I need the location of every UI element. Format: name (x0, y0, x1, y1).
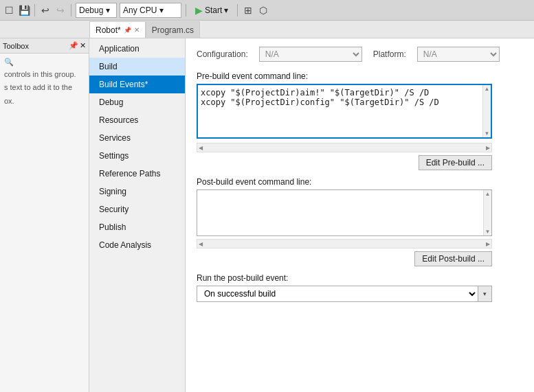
tabs-bar: Robot* 📌 ✕ Program.cs (0, 21, 534, 38)
run-postbuild-section: Run the post-build event: On successful … (197, 273, 523, 302)
extra-icon-2[interactable]: ⬡ (257, 4, 269, 16)
run-select-arrow[interactable]: ▾ (478, 286, 491, 301)
sidebar-item-debug[interactable]: Debug (89, 93, 185, 111)
edit-postbuild-button[interactable]: Edit Post-build ... (414, 251, 492, 266)
start-button[interactable]: ▶ Start ▾ (190, 3, 233, 18)
start-label: Start (205, 5, 222, 15)
postbuild-input[interactable] (197, 190, 491, 235)
postbuild-textbox: ▲ ▼ (197, 189, 492, 236)
prebuild-label: Pre-build event command line: (197, 71, 523, 81)
toolbar-separator-2 (71, 4, 71, 16)
sidebar-item-resources[interactable]: Resources (89, 111, 185, 129)
postbuild-scrollbar-v[interactable]: ▲ ▼ (483, 190, 491, 235)
scroll-down-arrow: ▼ (484, 130, 491, 137)
debug-arrow: ▾ (106, 5, 110, 15)
toolbox-content: 🔍 controls in this group. s text to add … (0, 54, 89, 392)
main-toolbar: ☐ 💾 ↩ ↪ Debug ▾ Any CPU ▾ ▶ Start ▾ ⊞ ⬡ (0, 0, 534, 21)
toolbox-panel: Toolbox 📌 ✕ 🔍 controls in this group. s … (0, 38, 89, 392)
debug-dropdown[interactable]: Debug ▾ (76, 3, 117, 18)
sidebar-item-application[interactable]: Application (89, 40, 185, 58)
run-select-wrapper: On successful build Always When the buil… (197, 286, 492, 302)
pin-icon[interactable]: 📌 (124, 27, 131, 34)
sidebar-item-reference-paths[interactable]: Reference Paths (89, 165, 185, 183)
run-label: Run the post-build event: (197, 273, 523, 283)
save-icon[interactable]: 💾 (18, 4, 30, 16)
project-sidebar: Application Build Build Events* Debug Re… (89, 38, 186, 392)
toolbox-header: Toolbox 📌 ✕ (0, 38, 89, 54)
pscroll-up-arrow: ▲ (485, 190, 491, 198)
configuration-label: Configuration: (197, 49, 248, 59)
postbuild-hscroll[interactable]: ◀ ▶ (197, 239, 492, 249)
hscroll-left-arrow: ◀ (197, 145, 204, 151)
cpu-arrow: ▾ (159, 5, 164, 15)
prebuild-textbox: xcopy "$(ProjectDir)aim!" "$(TargetDir)"… (197, 84, 492, 139)
tab-robot-label: Robot* (96, 25, 121, 35)
sidebar-item-security[interactable]: Security (89, 200, 185, 218)
undo-icon[interactable]: ↩ (39, 4, 52, 16)
close-panel-icon[interactable]: ✕ (80, 41, 86, 50)
main-area: Toolbox 📌 ✕ 🔍 controls in this group. s … (0, 38, 534, 392)
toolbar-separator-4 (237, 4, 238, 16)
configuration-select[interactable]: N/A (259, 47, 362, 62)
toolbox-text-3: ox. (4, 96, 85, 106)
cpu-dropdown[interactable]: Any CPU ▾ (120, 3, 181, 18)
toolbox-text-2: s text to add it to the (4, 82, 85, 93)
prebuild-scrollbar-v[interactable]: ▲ ▼ (482, 85, 491, 137)
hscroll-right-arrow: ▶ (485, 145, 491, 151)
sidebar-item-code-analysis[interactable]: Code Analysis (89, 236, 185, 254)
edit-prebuild-button[interactable]: Edit Pre-build ... (419, 155, 492, 170)
debug-label: Debug (79, 5, 103, 15)
redo-icon[interactable]: ↪ (54, 4, 67, 16)
scroll-up-arrow: ▲ (484, 85, 491, 93)
pscroll-down-arrow: ▼ (485, 228, 491, 235)
start-arrow: ▾ (224, 5, 228, 15)
phscroll-left-arrow: ◀ (197, 241, 204, 247)
platform-select[interactable]: N/A (417, 47, 500, 62)
sidebar-item-settings[interactable]: Settings (89, 147, 185, 165)
prebuild-input[interactable]: xcopy "$(ProjectDir)aim!" "$(TargetDir)"… (198, 85, 491, 137)
toolbar-separator-3 (186, 4, 186, 16)
postbuild-section: Post-build event command line: ▲ ▼ ◀ ▶ E… (197, 177, 523, 266)
tab-program[interactable]: Program.cs (146, 21, 200, 38)
cpu-label: Any CPU (123, 5, 157, 15)
phscroll-right-arrow: ▶ (485, 241, 491, 247)
sidebar-item-publish[interactable]: Publish (89, 218, 185, 236)
tab-program-label: Program.cs (152, 25, 194, 35)
prebuild-section: Pre-build event command line: xcopy "$(P… (197, 71, 523, 170)
toolbox-text-1: controls in this group. (4, 69, 85, 80)
sidebar-item-build-events[interactable]: Build Events* (89, 76, 185, 93)
extra-icon[interactable]: ⊞ (242, 4, 254, 16)
file-icon[interactable]: ☐ (3, 4, 15, 16)
toolbar-separator-1 (34, 4, 35, 16)
platform-label: Platform: (373, 49, 406, 59)
tab-robot[interactable]: Robot* 📌 ✕ (89, 21, 146, 38)
sidebar-item-build[interactable]: Build (89, 58, 185, 76)
tab-robot-close[interactable]: ✕ (134, 26, 140, 34)
play-icon: ▶ (195, 5, 203, 16)
toolbox-title: Toolbox (3, 42, 29, 50)
prebuild-hscroll[interactable]: ◀ ▶ (197, 143, 492, 152)
search-icon: 🔍 (4, 58, 14, 66)
sidebar-item-signing[interactable]: Signing (89, 183, 185, 200)
pin-panel-icon[interactable]: 📌 (69, 41, 78, 50)
build-events-content: Configuration: N/A Platform: N/A Pre-bui… (186, 38, 534, 392)
postbuild-label: Post-build event command line: (197, 177, 523, 187)
sidebar-item-services[interactable]: Services (89, 129, 185, 147)
config-row: Configuration: N/A Platform: N/A (197, 47, 523, 62)
run-select[interactable]: On successful build Always When the buil… (197, 286, 478, 301)
